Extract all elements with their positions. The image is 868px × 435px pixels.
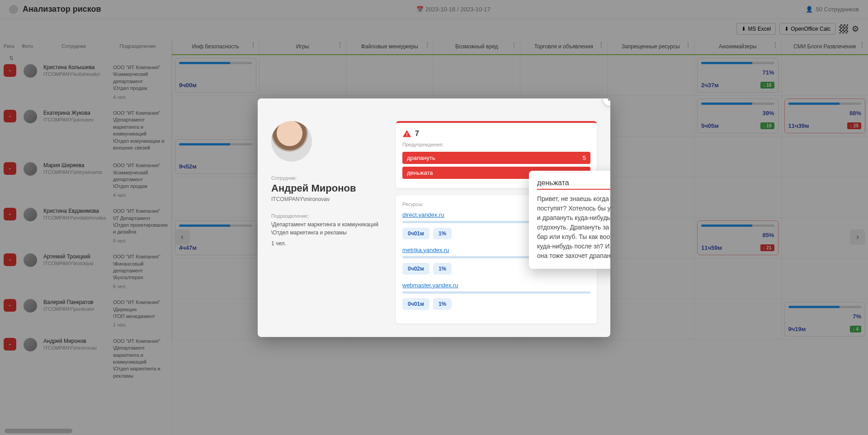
resource-time: 0ч01м: [402, 228, 429, 239]
profile-column: Сотрудник: Андрей Миронов ITCOMPANY\miro…: [271, 121, 389, 323]
warning-item[interactable]: драпануть5: [402, 152, 590, 164]
profile-name: Андрей Миронов: [271, 182, 389, 194]
profile-login: ITCOMPANY\mironovav: [271, 196, 389, 202]
profile-label: Сотрудник:: [271, 175, 389, 181]
context-tooltip: деньжата 2 Привет, не знаешь когда там д…: [529, 171, 610, 269]
warning-word: драпануть: [407, 154, 435, 161]
tooltip-word: деньжата: [537, 179, 569, 187]
warning-count: 5: [583, 154, 586, 161]
warnings-label: Предупреждения:: [402, 142, 590, 147]
resource-percent: 1%: [433, 228, 452, 239]
resource-link[interactable]: webmaster.yandex.ru: [402, 282, 590, 289]
warnings-count: 7: [415, 130, 419, 138]
dept-label: Подразделение:: [271, 213, 389, 219]
employee-detail-modal: ✕ деньжата 2 Привет, не знаешь когда там…: [258, 98, 610, 337]
warning-icon: [402, 129, 411, 138]
profile-avatar: [271, 121, 312, 162]
resource-percent: 1%: [433, 263, 452, 275]
resource-time: 0ч02м: [402, 263, 429, 275]
resource-item: webmaster.yandex.ru 0ч01м 1%: [402, 282, 590, 310]
tooltip-text: Привет, не знаешь когда там деньжата пос…: [537, 194, 610, 261]
warning-word: деньжата: [407, 169, 433, 176]
resource-time: 0ч01м: [402, 298, 429, 310]
resource-bar: [402, 291, 590, 294]
profile-dept: \Департамент маркетинга и коммуникаций\О…: [271, 220, 389, 237]
profile-count: 1 чел.: [271, 239, 389, 248]
resource-percent: 1%: [433, 298, 452, 310]
modal-overlay[interactable]: ✕ деньжата 2 Привет, не знаешь когда там…: [0, 0, 868, 435]
